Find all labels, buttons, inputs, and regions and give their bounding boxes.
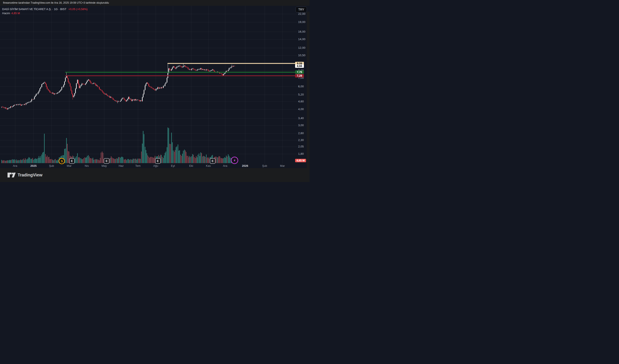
price-tick-label: 19,00	[298, 20, 305, 24]
time-axis-label-nis: Nis	[82, 163, 92, 168]
symbol-legend: DAGİ GİYİM SANAYİ VE TİCARET A.Ş. · 1G ·…	[2, 7, 88, 15]
price-tick-label: 3,40	[298, 117, 304, 120]
price-tick-label: 3,00	[298, 124, 304, 127]
price-tick-label: 10,50	[298, 54, 305, 57]
attribution-bar: fineancetime tarafından TradingView.com …	[0, 0, 310, 6]
time-axis-label-ağu: Ağu	[151, 163, 161, 168]
legend-title-row: DAGİ GİYİM SANAYİ VE TİCARET A.Ş. · 1G ·…	[2, 7, 88, 11]
attribution-text: fineancetime tarafından TradingView.com …	[3, 1, 109, 4]
legend-volume-row: Hacim4,65 M	[2, 11, 88, 15]
footer-bar: TradingView	[0, 168, 310, 182]
price-badge-776: 7,76	[295, 70, 304, 74]
time-axis-label-kas: Kas	[203, 163, 213, 168]
volume-badge: 4,65 M	[295, 159, 306, 162]
tradingview-logo-text[interactable]: TradingView	[18, 173, 42, 177]
volume-label[interactable]: Hacim	[2, 12, 10, 15]
time-axis[interactable]: Ara2025ŞubMarNisMayHazTemAğuEylEkiKasAra…	[0, 163, 297, 168]
chart-main: DAGİ GİYİM SANAYİ VE TİCARET A.Ş. · 1G ·…	[0, 6, 310, 168]
time-axis-label-şub: Şub	[259, 163, 270, 168]
price-badge-866: 8,66	[295, 64, 304, 68]
price-tick-label: 1,80	[298, 152, 304, 155]
time-axis-label-may: May	[99, 163, 109, 168]
price-tick-label: 2,30	[298, 138, 304, 142]
time-axis-label-eki: Eki	[186, 163, 196, 168]
volume-value: 4,65 M	[11, 12, 20, 15]
price-tick-label: 4,60	[298, 100, 304, 103]
time-axis-label-mar: Mar	[277, 163, 288, 168]
candlestick-chart[interactable]	[0, 6, 297, 163]
time-axis-label-ara: Ara	[10, 163, 20, 168]
alert-lightning-icon[interactable]	[231, 157, 238, 164]
chart-canvas[interactable]	[0, 6, 297, 163]
earnings-marker-icon[interactable]: E	[69, 158, 75, 164]
time-axis-label-haz: Haz	[116, 163, 126, 168]
time-axis-label-ara: Ara	[220, 163, 230, 168]
earnings-marker-icon[interactable]: E	[104, 158, 109, 164]
earnings-marker-icon[interactable]: E	[155, 158, 161, 164]
symbol-title[interactable]: DAGİ GİYİM SANAYİ VE TİCARET A.Ş. · 1G ·…	[2, 8, 66, 11]
price-tick-label: 2,60	[298, 132, 304, 135]
time-axis-label-eyl: Eyl	[168, 163, 178, 168]
price-tick-label: 2,05	[298, 145, 304, 148]
price-tick-label: 4,00	[298, 108, 304, 111]
tradingview-chart-page: fineancetime tarafından TradingView.com …	[0, 0, 310, 182]
price-tick-label: 14,00	[298, 38, 305, 41]
right-edge-strip	[307, 12, 310, 174]
currency-toggle-button[interactable]: TRY	[295, 7, 307, 13]
time-axis-label-tem: Tem	[133, 163, 143, 168]
time-axis-label-2025: 2025	[28, 163, 39, 168]
tradingview-logo-icon[interactable]	[8, 173, 16, 177]
time-axis-label-mar: Mar	[64, 163, 74, 168]
price-tick-label: 12,00	[298, 46, 305, 49]
time-axis-label-2026: 2026	[240, 163, 250, 168]
splits-marker-icon[interactable]: S	[59, 158, 65, 164]
price-badge-728: 7,28	[295, 74, 304, 78]
price-tick-label: 5,20	[298, 93, 304, 96]
change-value: +0,05 (+0,58%)	[68, 8, 88, 11]
earnings-marker-icon[interactable]: E	[210, 158, 215, 164]
price-tick-label: 16,00	[298, 30, 305, 33]
time-axis-label-şub: Şub	[46, 163, 57, 168]
price-tick-label: 22,00	[298, 12, 305, 15]
price-tick-label: 6,00	[298, 85, 304, 88]
